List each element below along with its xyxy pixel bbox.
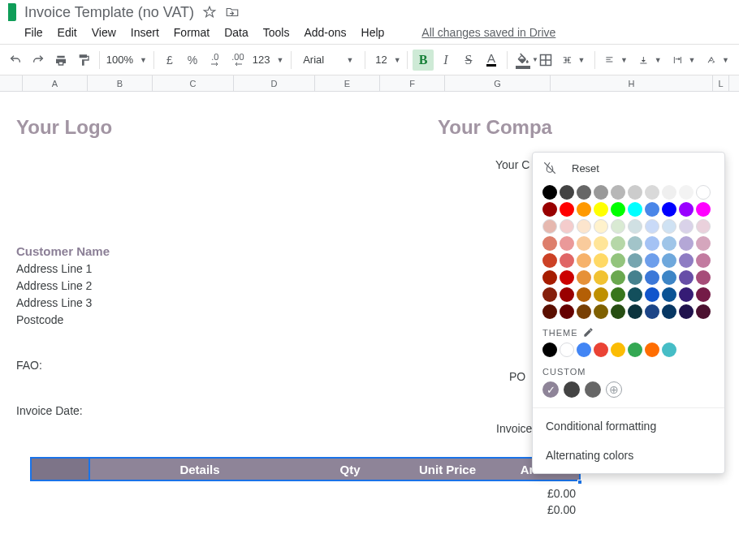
edit-theme-icon[interactable] (583, 327, 594, 338)
color-swatch[interactable] (628, 185, 642, 200)
menu-insert[interactable]: Insert (131, 26, 159, 39)
format-currency-button[interactable]: £ (159, 50, 180, 71)
theme-color-swatch[interactable] (645, 342, 659, 357)
column-header[interactable]: H (551, 75, 713, 91)
column-header[interactable]: E (315, 75, 380, 91)
color-swatch[interactable] (542, 236, 557, 251)
borders-button[interactable] (535, 50, 556, 71)
print-icon[interactable] (50, 50, 71, 71)
color-swatch[interactable] (645, 202, 659, 217)
color-swatch[interactable] (611, 185, 625, 200)
color-swatch[interactable] (628, 202, 642, 217)
add-custom-color-icon[interactable]: ⊕ (606, 381, 622, 398)
bold-button[interactable]: B (413, 50, 434, 71)
color-swatch[interactable] (645, 287, 659, 302)
color-swatch[interactable] (542, 304, 557, 319)
color-swatch[interactable] (577, 304, 591, 319)
color-swatch[interactable] (628, 219, 642, 234)
color-swatch[interactable] (696, 253, 711, 268)
italic-button[interactable]: I (435, 50, 456, 71)
menu-tools[interactable]: Tools (263, 26, 290, 39)
color-swatch[interactable] (662, 236, 676, 251)
color-swatch[interactable] (662, 287, 676, 302)
color-swatch[interactable] (560, 202, 574, 217)
merge-cells-button[interactable]: ▼ (558, 50, 590, 71)
column-header[interactable]: D (234, 75, 315, 91)
color-swatch[interactable] (594, 304, 608, 319)
column-header[interactable]: F (380, 75, 445, 91)
color-swatch[interactable] (696, 202, 711, 217)
star-icon[interactable] (202, 5, 217, 19)
color-swatch[interactable] (645, 219, 659, 234)
custom-color-swatch[interactable] (564, 381, 580, 398)
color-swatch[interactable] (628, 287, 642, 302)
color-swatch[interactable] (611, 304, 625, 319)
color-swatch[interactable] (611, 202, 625, 217)
color-swatch[interactable] (662, 304, 676, 319)
theme-color-swatch[interactable] (628, 342, 642, 357)
color-swatch[interactable] (645, 236, 659, 251)
paint-format-icon[interactable] (73, 50, 94, 71)
color-swatch[interactable] (696, 219, 711, 234)
color-swatch[interactable] (577, 287, 591, 302)
menu-data[interactable]: Data (224, 26, 248, 39)
save-status[interactable]: All changes saved in Drive (421, 26, 555, 39)
theme-color-swatch[interactable] (611, 342, 625, 357)
alternating-colors-link[interactable]: Alternating colors (542, 441, 715, 470)
menu-view[interactable]: View (92, 26, 116, 39)
document-title[interactable]: Invoice Template (no VAT) (24, 4, 194, 21)
undo-icon[interactable] (5, 50, 26, 71)
color-swatch[interactable] (611, 253, 625, 268)
font-size-dropdown[interactable]: 12▼ (370, 50, 402, 71)
conditional-formatting-link[interactable]: Conditional formatting (542, 411, 715, 441)
color-swatch[interactable] (696, 236, 711, 251)
decrease-decimal-button[interactable]: .0 (205, 50, 226, 71)
menu-addons[interactable]: Add-ons (304, 26, 346, 39)
color-swatch[interactable] (560, 219, 574, 234)
color-swatch[interactable] (594, 287, 608, 302)
vertical-align-button[interactable]: ▼ (634, 50, 667, 71)
cell-po[interactable]: PO (509, 370, 525, 383)
color-swatch[interactable] (577, 185, 591, 200)
column-header[interactable]: A (23, 75, 88, 91)
color-swatch[interactable] (594, 270, 608, 285)
text-color-button[interactable]: A (481, 50, 502, 71)
text-rotation-button[interactable]: ▼ (702, 50, 734, 71)
theme-color-swatch[interactable] (577, 342, 591, 357)
color-swatch[interactable] (542, 202, 557, 217)
cell-your-c[interactable]: Your C (495, 158, 529, 171)
color-swatch[interactable] (679, 270, 694, 285)
select-all-cell[interactable] (0, 75, 23, 91)
color-swatch[interactable] (542, 270, 557, 285)
color-swatch[interactable] (662, 185, 676, 200)
color-swatch[interactable] (611, 287, 625, 302)
column-header[interactable]: G (445, 75, 551, 91)
column-header[interactable]: L (713, 75, 729, 91)
color-reset-button[interactable]: Reset (542, 161, 715, 175)
header-details[interactable]: Details (90, 463, 309, 476)
color-swatch[interactable] (577, 270, 591, 285)
font-dropdown[interactable]: Arial▼ (296, 50, 360, 71)
color-swatch[interactable] (560, 287, 574, 302)
color-swatch[interactable] (679, 185, 694, 200)
color-swatch[interactable] (560, 236, 574, 251)
color-swatch[interactable] (679, 202, 694, 217)
selected-header-row[interactable]: Details Qty Unit Price Amount (30, 457, 581, 481)
color-swatch[interactable] (577, 236, 591, 251)
color-swatch[interactable] (577, 202, 591, 217)
color-swatch[interactable] (577, 253, 591, 268)
color-swatch[interactable] (560, 185, 574, 200)
color-swatch[interactable] (645, 270, 659, 285)
color-swatch[interactable] (560, 304, 574, 319)
menu-edit[interactable]: Edit (58, 26, 77, 39)
color-swatch[interactable] (611, 219, 625, 234)
color-swatch[interactable] (577, 219, 591, 234)
theme-color-swatch[interactable] (542, 342, 557, 357)
theme-color-swatch[interactable] (662, 342, 676, 357)
color-swatch[interactable] (696, 304, 711, 319)
color-swatch[interactable] (560, 270, 574, 285)
menu-format[interactable]: Format (174, 26, 210, 39)
color-swatch[interactable] (662, 202, 676, 217)
color-swatch[interactable] (628, 236, 642, 251)
color-swatch[interactable] (662, 253, 676, 268)
